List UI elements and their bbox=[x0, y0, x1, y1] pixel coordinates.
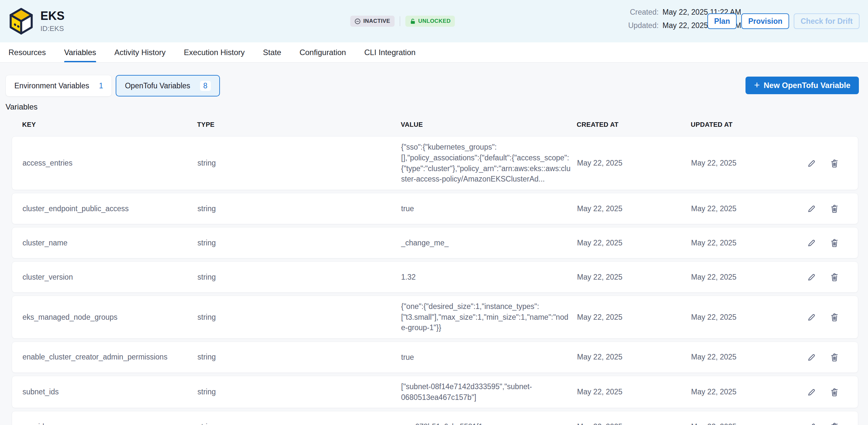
app-header: EKS ID:EKS INACTIVE UNLOCKED Created: Ma… bbox=[0, 0, 868, 42]
edit-variable-button[interactable] bbox=[806, 387, 817, 397]
trash-icon bbox=[830, 312, 839, 322]
column-header-updated-at: UPDATED AT bbox=[691, 121, 802, 128]
variable-value: _change_me_ bbox=[401, 238, 577, 248]
tab-resources[interactable]: Resources bbox=[8, 42, 46, 62]
variables-heading: Variables bbox=[0, 96, 868, 112]
variable-value: true bbox=[401, 352, 577, 363]
variable-value: 1.32 bbox=[401, 272, 577, 282]
table-header-row: KEYTYPEVALUECREATED ATUPDATED AT bbox=[22, 120, 852, 136]
page-title: EKS bbox=[40, 9, 64, 23]
column-header-key: KEY bbox=[22, 121, 197, 128]
environment-variables-label: Environment Variables bbox=[14, 82, 89, 90]
pencil-icon bbox=[807, 238, 816, 248]
variable-updated-at: May 22, 2025 bbox=[691, 239, 802, 247]
check-for-drift-button[interactable]: Check for Drift bbox=[794, 13, 860, 29]
variable-updated-at: May 22, 2025 bbox=[691, 273, 802, 282]
unlocked-icon bbox=[409, 18, 416, 25]
row-actions bbox=[802, 352, 846, 362]
variable-key: enable_cluster_creator_admin_permissions bbox=[23, 353, 197, 361]
table-row: subnet_ids string ["subnet-08f14e7142d33… bbox=[12, 376, 858, 408]
opentofu-variables-count: 8 bbox=[200, 81, 211, 91]
row-actions bbox=[802, 312, 846, 322]
variable-type: string bbox=[197, 204, 401, 213]
variable-created-at: May 22, 2025 bbox=[577, 239, 691, 247]
environment-variables-tab[interactable]: Environment Variables 1 bbox=[5, 75, 112, 96]
tab-configuration[interactable]: Configuration bbox=[300, 42, 346, 62]
edit-variable-button[interactable] bbox=[806, 352, 817, 362]
tab-activity-history[interactable]: Activity History bbox=[114, 42, 165, 62]
variable-updated-at: May 22, 2025 bbox=[691, 353, 802, 361]
provision-button[interactable]: Provision bbox=[741, 13, 789, 29]
opentofu-variables-tab[interactable]: OpenTofu Variables 8 bbox=[116, 75, 220, 96]
variable-created-at: May 22, 2025 bbox=[577, 273, 691, 282]
table-row: cluster_name string _change_me_ May 22, … bbox=[12, 227, 858, 259]
trash-icon bbox=[830, 158, 839, 168]
delete-variable-button[interactable] bbox=[829, 387, 840, 397]
edit-variable-button[interactable] bbox=[806, 158, 817, 169]
delete-variable-button[interactable] bbox=[829, 238, 840, 248]
variable-key: vpc_id bbox=[23, 422, 197, 425]
status-badge: INACTIVE bbox=[350, 16, 395, 27]
tab-state[interactable]: State bbox=[263, 42, 281, 62]
pencil-icon bbox=[807, 272, 816, 282]
trash-icon bbox=[830, 422, 839, 425]
plus-icon: + bbox=[754, 80, 760, 90]
table-row: eks_managed_node_groups string {"one":{"… bbox=[12, 296, 858, 339]
trash-icon bbox=[830, 352, 839, 362]
row-actions bbox=[802, 387, 846, 397]
variable-type: string bbox=[197, 353, 401, 361]
delete-variable-button[interactable] bbox=[829, 272, 840, 282]
variable-created-at: May 22, 2025 bbox=[577, 159, 691, 168]
column-header-type: TYPE bbox=[197, 121, 401, 128]
variable-type: string bbox=[197, 239, 401, 247]
variable-updated-at: May 22, 2025 bbox=[691, 313, 802, 322]
plan-button[interactable]: Plan bbox=[707, 13, 737, 29]
pencil-icon bbox=[807, 204, 816, 213]
delete-variable-button[interactable] bbox=[829, 312, 840, 322]
trash-icon bbox=[830, 387, 839, 397]
project-id: ID:EKS bbox=[40, 25, 64, 33]
delete-variable-button[interactable] bbox=[829, 158, 840, 169]
tab-execution-history[interactable]: Execution History bbox=[184, 42, 245, 62]
delete-variable-button[interactable] bbox=[829, 203, 840, 214]
edit-variable-button[interactable] bbox=[806, 272, 817, 282]
column-header-value: VALUE bbox=[401, 120, 577, 129]
variable-value: true bbox=[401, 203, 577, 214]
variables-toolbar: Environment Variables 1 OpenTofu Variabl… bbox=[0, 63, 868, 96]
variable-updated-at: May 22, 2025 bbox=[691, 204, 802, 213]
variables-page: Environment Variables 1 OpenTofu Variabl… bbox=[0, 63, 868, 425]
trash-icon bbox=[830, 238, 839, 248]
variable-value: ["subnet-08f14e7142d333595","subnet-0680… bbox=[401, 381, 577, 402]
delete-variable-button[interactable] bbox=[829, 352, 840, 362]
edit-variable-button[interactable] bbox=[806, 312, 817, 322]
variable-created-at: May 22, 2025 bbox=[577, 313, 691, 322]
column-header-created-at: CREATED AT bbox=[577, 121, 691, 128]
variable-updated-at: May 22, 2025 bbox=[691, 388, 802, 396]
pencil-icon bbox=[807, 312, 816, 322]
pencil-icon bbox=[807, 387, 816, 397]
tab-variables[interactable]: Variables bbox=[64, 42, 96, 62]
variable-key: cluster_version bbox=[23, 273, 197, 282]
lock-status-badge: UNLOCKED bbox=[405, 16, 455, 27]
header-actions: Plan Provision Check for Drift bbox=[707, 13, 860, 29]
table-row: cluster_version string 1.32 May 22, 2025… bbox=[12, 262, 858, 293]
variable-value: {"sso":{"kubernetes_groups":[],"policy_a… bbox=[401, 142, 577, 184]
table-row: vpc_id string vpc-078b51c6cbc5581f1 May … bbox=[12, 411, 858, 425]
variable-created-at: May 22, 2025 bbox=[577, 204, 691, 213]
new-opentofu-variable-button[interactable]: + New OpenTofu Variable bbox=[745, 77, 859, 94]
edit-variable-button[interactable] bbox=[806, 421, 817, 425]
edit-variable-button[interactable] bbox=[806, 203, 817, 214]
variable-updated-at: May 22, 2025 bbox=[691, 159, 802, 168]
tab-cli-integration[interactable]: CLI Integration bbox=[364, 42, 415, 62]
edit-variable-button[interactable] bbox=[806, 238, 817, 248]
project-brand: EKS ID:EKS bbox=[0, 7, 64, 35]
environment-variables-count: 1 bbox=[99, 82, 103, 90]
created-label: Created: bbox=[628, 8, 658, 17]
row-actions bbox=[802, 272, 846, 282]
variable-created-at: May 22, 2025 bbox=[577, 388, 691, 396]
trash-icon bbox=[830, 204, 839, 213]
delete-variable-button[interactable] bbox=[829, 421, 840, 425]
minus-circle-icon bbox=[354, 18, 361, 25]
variable-value: vpc-078b51c6cbc5581f1 bbox=[401, 421, 577, 425]
variable-created-at: May 22, 2025 bbox=[577, 353, 691, 361]
